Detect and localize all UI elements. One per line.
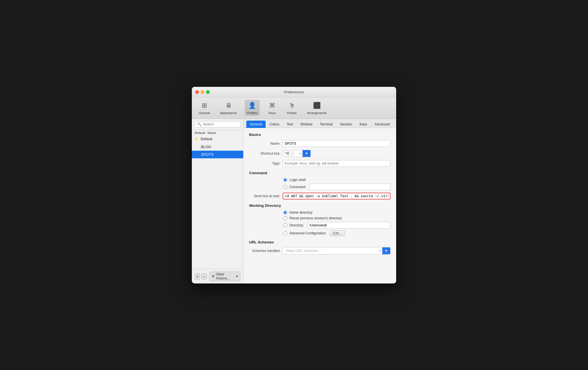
tab-session[interactable]: Session [336, 121, 356, 128]
star-icon: ★ [195, 137, 198, 141]
url-scheme-select[interactable]: Select URL Schemes... [283, 247, 382, 254]
general-icon: ⊞ [200, 101, 209, 110]
toolbar: ⊞ General 🖥 Appearance 👤 Profiles ⌘ Keys… [192, 98, 396, 119]
reuse-session-row: Reuse previous session's directory [283, 216, 390, 220]
toolbar-item-appearance[interactable]: 🖥 Appearance [218, 100, 239, 116]
profile-item-default[interactable]: ★ Default [192, 135, 243, 143]
toolbar-item-general[interactable]: ⊞ General [196, 100, 212, 116]
send-text-row: Send text at start: [249, 193, 390, 199]
name-label: Name: [249, 142, 280, 146]
minimize-button[interactable] [201, 90, 204, 94]
toolbar-item-profiles[interactable]: 👤 Profiles [245, 100, 260, 116]
tags-row: Tags: [249, 160, 390, 167]
tags-label: Tags: [249, 161, 280, 165]
sidebar: 🔍 Default Name ★ Default BLOG [192, 119, 243, 283]
toolbar-item-arrangements[interactable]: ⬛ Arrangements [305, 100, 329, 116]
command-input[interactable] [309, 184, 390, 190]
shortcut-badge: ^⌘ [283, 151, 292, 156]
home-dir-radio[interactable] [283, 211, 287, 215]
other-actions-button[interactable]: ⚙ Other Actions... ▾ [209, 272, 240, 281]
remove-profile-button[interactable]: − [201, 273, 207, 279]
name-row: Name: [249, 140, 390, 147]
shortcut-controls: ^⌘ ▼ [283, 150, 311, 157]
gear-icon: ⚙ [212, 274, 215, 278]
titlebar: Preferences [192, 87, 396, 98]
tab-colors[interactable]: Colors [266, 121, 283, 128]
directory-radio[interactable] [283, 223, 287, 227]
profile-item-spots[interactable]: SPOTS [192, 151, 243, 158]
shortcut-dropdown-btn[interactable]: ▼ [303, 150, 310, 157]
tab-window[interactable]: Window [297, 121, 316, 128]
shortcut-select[interactable] [293, 150, 303, 157]
tabs-bar: General Colors Text Window Terminal Sess… [243, 119, 396, 128]
url-select-wrap: Select URL Schemes... ▼ [283, 247, 390, 255]
command-radio-group: Login shell Command: [283, 178, 390, 190]
other-actions-label: Other Actions... [216, 272, 235, 280]
search-container: 🔍 [192, 119, 243, 130]
tab-keys[interactable]: Keys [356, 121, 371, 128]
maximize-button[interactable] [206, 90, 210, 94]
arrangements-icon: ⬛ [312, 101, 322, 110]
command-label: Command: [289, 185, 306, 189]
schemes-label: Schemes handled: [249, 249, 280, 253]
sidebar-header: Default Name [192, 130, 243, 135]
close-button[interactable] [195, 90, 199, 94]
profile-item-blog[interactable]: BLOG [192, 143, 243, 151]
directory-row: Directory: [283, 222, 390, 229]
tab-general[interactable]: General [246, 121, 266, 128]
command-radio-row: Command: [283, 184, 390, 190]
send-text-label: Send text at start: [249, 194, 280, 198]
column-name: Name [207, 131, 216, 134]
search-input-wrap: 🔍 [195, 121, 240, 127]
toolbar-label-profiles: Profiles [247, 111, 257, 115]
working-dir-radio-group: Home directory Reuse previous session's … [283, 211, 390, 236]
edit-button[interactable]: Edit... [330, 230, 345, 236]
toolbar-label-arrangements: Arrangements [307, 111, 327, 115]
traffic-lights [195, 90, 210, 94]
add-profile-button[interactable]: + [195, 273, 200, 279]
login-shell-label: Login shell [289, 178, 306, 182]
login-shell-radio[interactable] [283, 178, 287, 182]
toolbar-label-keys: Keys [269, 111, 276, 115]
pointer-icon: 🖱 [287, 101, 297, 110]
profile-name-default: Default [201, 137, 212, 141]
toolbar-label-general: General [199, 111, 210, 115]
appearance-icon: 🖥 [224, 101, 233, 110]
command-section-title: Command [249, 171, 390, 175]
command-radio[interactable] [283, 185, 287, 189]
tab-text[interactable]: Text [283, 121, 297, 128]
advanced-config-label: Advanced Configuration [289, 231, 326, 235]
url-schemes-title: URL Schemes [249, 240, 390, 244]
schemes-row: Schemes handled: Select URL Schemes... ▼ [249, 247, 390, 255]
url-scheme-dropdown-btn[interactable]: ▼ [382, 247, 390, 254]
toolbar-label-appearance: Appearance [220, 111, 237, 115]
home-dir-label: Home directory [289, 211, 312, 215]
main-panel: General Colors Text Window Terminal Sess… [243, 119, 396, 283]
basics-section-title: Basics [249, 133, 390, 137]
preferences-window: Preferences ⊞ General 🖥 Appearance 👤 Pro… [192, 87, 396, 283]
reuse-session-label: Reuse previous session's directory [289, 216, 342, 220]
shortcut-select-wrap: ▼ [293, 150, 311, 157]
panel-content: Basics Name: Shortcut key: ^⌘ ▼ [243, 128, 396, 283]
tab-terminal[interactable]: Terminal [316, 121, 336, 128]
profile-name-spots: SPOTS [201, 152, 213, 157]
advanced-config-row: Advanced Configuration Edit... [283, 230, 390, 236]
advanced-config-radio[interactable] [283, 231, 287, 235]
tab-advanced[interactable]: Advanced [371, 121, 393, 128]
toolbar-item-pointer[interactable]: 🖱 Pointer [285, 100, 299, 116]
name-input[interactable] [283, 140, 390, 147]
toolbar-item-keys[interactable]: ⌘ Keys [265, 100, 279, 116]
directory-input[interactable] [307, 222, 390, 229]
profile-list: ★ Default BLOG SPOTS [192, 135, 243, 269]
working-dir-title: Working Directory [249, 203, 390, 208]
tags-input[interactable] [283, 160, 390, 167]
shortcut-row: Shortcut key: ^⌘ ▼ [249, 150, 390, 157]
send-text-input[interactable] [283, 193, 390, 199]
login-shell-row: Login shell [283, 178, 390, 182]
profiles-icon: 👤 [248, 101, 257, 110]
reuse-session-radio[interactable] [283, 216, 287, 220]
sidebar-footer: + − ⚙ Other Actions... ▾ [192, 269, 243, 283]
search-input[interactable] [203, 122, 238, 126]
profile-name-blog: BLOG [201, 145, 211, 149]
keys-icon: ⌘ [268, 101, 277, 110]
